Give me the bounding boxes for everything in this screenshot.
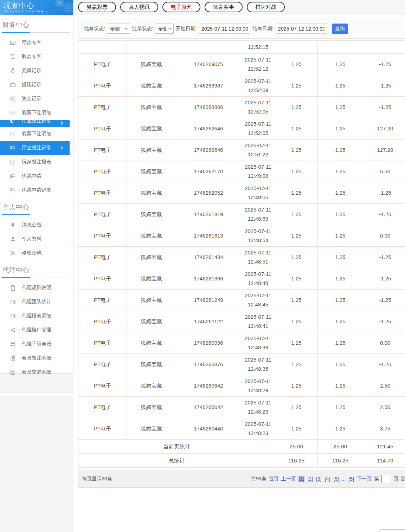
order-status-select[interactable]: 全部 [155, 24, 174, 34]
sidebar-item-0-1[interactable]: 取款专区 [0, 50, 73, 64]
cell-valid-amount: 1.25 [318, 375, 363, 397]
sidebar-item-label: 提现记录 [22, 82, 41, 88]
tab-1[interactable]: 真人视讯 [120, 2, 158, 12]
sidebar-item-label: 资金记录 [22, 96, 41, 102]
pagination-page-1[interactable]: [1] [298, 476, 305, 482]
sidebar-item-2-3[interactable]: 代理推广管理 [0, 323, 73, 337]
cell-win-loss: -1.25 [363, 182, 405, 204]
cell-bet-amount: 1.25 [275, 247, 318, 268]
sidebar-item-0-10[interactable]: 优惠申请 [0, 169, 73, 183]
cell-valid-amount: 1.25 [318, 204, 363, 225]
sidebar-item-0-0[interactable]: 存款专区 [0, 35, 73, 50]
sidebar-item-0-7[interactable]: 彩票下注明细 [0, 127, 73, 141]
cell-win-loss: -1.25 [363, 268, 405, 290]
pagination-jump-input[interactable] [381, 475, 392, 483]
sidebar-item-0-8[interactable]: 厅室投注记录 [0, 141, 70, 155]
pagination-next[interactable]: 下一页 [357, 476, 372, 482]
summary-value: 25.00 [275, 440, 318, 454]
cell-time: 2025-07-1112:48:41 [241, 311, 275, 332]
cell-valid-amount: 1.25 [318, 161, 363, 182]
cell-time: 2025-07-1112:48:38 [241, 332, 275, 354]
pagination-page-4[interactable]: [4] [324, 476, 331, 482]
sidebar-item-0-3[interactable]: 提现记录 [0, 78, 73, 92]
cell-valid-amount: 1.25 [318, 268, 363, 290]
pagination-page-5[interactable]: [5] [333, 476, 339, 482]
sidebar-item-0-2[interactable]: 充值记录 [0, 64, 73, 78]
sidebar-item-1-2[interactable]: 修改密码 [0, 246, 73, 260]
pagination-prev[interactable]: 上一页 [281, 476, 296, 482]
pagination-page-3[interactable]: [3] [316, 476, 322, 482]
cell-bet-amount: 1.25 [275, 75, 318, 97]
left-column-divider [0, 393, 73, 396]
end-date-input[interactable] [276, 24, 327, 34]
pagination-jump-button[interactable]: 跳转 [401, 476, 405, 482]
cell-bet-amount: 1.25 [275, 311, 318, 332]
sidebar-item-label: 玩家投注报表 [22, 159, 51, 165]
query-button[interactable]: 查询 [332, 24, 348, 34]
cell-bet-amount: 1.25 [275, 375, 318, 397]
tab-0[interactable]: 雙赢彩票 [78, 2, 116, 12]
cell-game-type: PT电子 [78, 397, 127, 418]
pagination-page-last[interactable]: [5] [348, 476, 354, 482]
summary-value: 25.00 [318, 440, 363, 454]
share-icon [10, 327, 16, 333]
tab-2[interactable]: 电子游艺 [162, 2, 200, 12]
sidebar-item-2-6[interactable]: 会员交易明细 [0, 365, 73, 379]
sidebar-item-label: 代理推广管理 [22, 327, 51, 333]
sidebar-item-2-1[interactable]: 代理团队统计 [0, 295, 73, 309]
report-icon [10, 159, 16, 165]
sidebar-item-label: 会员投注明细 [22, 355, 51, 361]
sidebar-item-0-11[interactable]: 优惠申请记录 [0, 183, 73, 197]
cell-bet-amount: 1.25 [275, 418, 318, 440]
cell-bet-amount: 1.25 [275, 268, 318, 290]
cell-game-name: 狐媚宝藏 [127, 375, 176, 397]
cell-game-type: PT电子 [78, 332, 127, 354]
pagination-page-2[interactable]: [2] [307, 476, 313, 482]
cell-order-no: 1746261122 [176, 311, 241, 332]
pagination-jump-suffix: 页 [394, 476, 399, 482]
game-category-tabs: 雙赢彩票真人视讯电子游艺体育赛事棋牌对战 [73, 0, 405, 15]
moneybag-icon [10, 68, 16, 74]
pagination-ellipsis[interactable]: ... [342, 476, 346, 482]
pagination-first[interactable]: 首页 [269, 476, 279, 482]
sidebar-item-label: 修改密码 [22, 250, 41, 256]
summary-row-page: 当前页统计25.0025.00121.45 [78, 440, 405, 454]
summary-label: 当前页统计 [78, 440, 275, 454]
sidebar-item-2-5[interactable]: 会员投注明细 [0, 351, 73, 365]
sidebar-item-2-4[interactable]: 代理下级会员 [0, 337, 73, 351]
sidebar-item-0-6[interactable]: 厅室投注记录 [0, 120, 70, 127]
cell-game-name: 狐媚宝藏 [127, 225, 176, 247]
tab-3[interactable]: 体育赛事 [205, 2, 243, 12]
sidebar-item-label: 彩票下注明细 [22, 110, 51, 116]
table-row: PT电子狐媚宝藏17462688662025-07-1112:52:051.25… [78, 97, 405, 118]
cell-game-type: PT电子 [78, 247, 127, 268]
cell-win-loss: 127.20 [363, 140, 405, 161]
table-row: PT电子狐媚宝藏17462606422025-07-1112:48:291.25… [78, 375, 405, 397]
sidebar-item-0-9[interactable]: 玩家投注报表 [0, 155, 73, 169]
cell-order-no: 1746260440 [176, 418, 241, 440]
sidebar-item-0-5[interactable]: 彩票下注明细 [0, 106, 73, 120]
sidebar-item-2-2[interactable]: 代理报表明细 [0, 309, 73, 323]
cell-order-no: 1746268967 [176, 75, 241, 97]
sidebar-section-title-2: 代理中心 [2, 260, 70, 278]
coupon-list-icon [10, 187, 16, 193]
settle-status-select[interactable]: 全部 [107, 24, 130, 34]
cell-game-name: 狐媚宝藏 [127, 118, 176, 140]
floating-widget[interactable] [379, 529, 405, 532]
start-date-input[interactable] [199, 24, 250, 34]
doc-icon [10, 285, 16, 291]
sidebar-item-1-0[interactable]: 消息公告 [0, 218, 73, 232]
cell-time: 2025-07-1112:48:29 [241, 397, 275, 418]
sidebar-item-0-4[interactable]: 资金记录 [0, 92, 73, 106]
sidebar-item-2-0[interactable]: 代理规则说明 [0, 281, 73, 295]
cell-valid-amount: 1.25 [318, 118, 363, 140]
sidebar-item-1-1[interactable]: 个人资料 [0, 232, 73, 246]
tab-4[interactable]: 棋牌对战 [247, 2, 285, 12]
pagination-total: 共93条 [251, 476, 266, 482]
table-row-partial: 12:52:15 [78, 41, 405, 54]
cell-game-type: PT电子 [78, 204, 127, 225]
cell-time: 2025-07-1112:49:05 [241, 182, 275, 204]
sidebar-item-label: 存款专区 [22, 39, 41, 46]
cell-game-name: 狐媚宝藏 [127, 204, 176, 225]
cell-win-loss: -1.25 [363, 311, 405, 332]
